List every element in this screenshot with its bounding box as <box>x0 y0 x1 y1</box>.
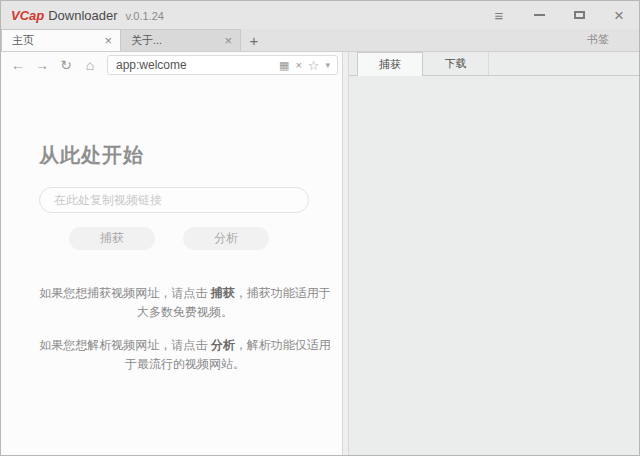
navigation-bar: ← → ↻ ⌂ ▦ × ☆ ▾ <box>1 52 342 78</box>
app-name: Downloader <box>48 8 117 23</box>
capture-list-panel <box>349 76 639 455</box>
minimize-button[interactable] <box>519 1 559 29</box>
tab-about-label: 关于... <box>131 33 222 48</box>
maximize-icon <box>574 11 585 19</box>
analyze-instruction: 如果您想解析视频网址，请点击 分析，解析功能仅适用于最流行的视频网站。 <box>39 336 331 374</box>
dropdown-arrow-icon[interactable]: ▾ <box>322 60 333 70</box>
side-panel: 捕获 下载 <box>349 52 639 455</box>
pane-divider[interactable] <box>342 52 349 455</box>
tab-about-close-icon[interactable]: × <box>222 33 234 48</box>
menu-button[interactable]: ≡ <box>479 1 519 29</box>
analyze-keyword: 分析 <box>211 338 235 352</box>
capture-instruction: 如果您想捕获视频网址，请点击 捕获，捕获功能适用于大多数免费视频。 <box>39 284 331 322</box>
back-button[interactable]: ← <box>7 54 29 76</box>
capture-instruction-pre: 如果您想捕获视频网址，请点击 <box>39 286 210 300</box>
browser-tabstrip: 主页 × 关于... × + 书签 <box>1 29 639 52</box>
bookmarks-button[interactable]: 书签 <box>587 32 639 51</box>
capture-button[interactable]: 捕获 <box>69 227 155 250</box>
tab-about[interactable]: 关于... × <box>121 29 241 51</box>
app-window: VCap Downloader v.0.1.24 ≡ × 主页 × 关于... <box>0 0 640 456</box>
analyze-instruction-pre: 如果您想解析视频网址，请点击 <box>39 338 210 352</box>
tab-download[interactable]: 下载 <box>423 52 489 75</box>
analyze-button[interactable]: 分析 <box>183 227 269 250</box>
welcome-page: 从此处开始 捕获 分析 如果您想捕获视频网址，请点击 捕获，捕获功能适用于大多数… <box>1 78 342 455</box>
instructions: 如果您想捕获视频网址，请点击 捕获，捕获功能适用于大多数免费视频。 如果您想解析… <box>39 284 331 374</box>
browser-pane: ← → ↻ ⌂ ▦ × ☆ ▾ <box>1 52 342 455</box>
brand-logo: VCap <box>11 8 44 23</box>
home-icon: ⌂ <box>86 57 94 73</box>
minimize-icon <box>534 14 545 16</box>
forward-button[interactable]: → <box>31 54 53 76</box>
back-icon: ← <box>11 57 25 73</box>
tab-home[interactable]: 主页 × <box>1 29 121 51</box>
video-link-input[interactable] <box>39 187 309 213</box>
reload-button[interactable]: ↻ <box>55 54 77 76</box>
capture-keyword: 捕获 <box>211 286 235 300</box>
close-icon: × <box>614 7 624 24</box>
tab-capture[interactable]: 捕获 <box>357 52 423 76</box>
bookmark-star-icon[interactable]: ☆ <box>305 58 323 73</box>
action-buttons: 捕获 分析 <box>39 227 310 250</box>
forward-icon: → <box>35 57 49 73</box>
new-tab-button[interactable]: + <box>241 29 267 51</box>
scan-icon[interactable]: ▦ <box>276 59 292 72</box>
address-bar[interactable]: ▦ × ☆ ▾ <box>107 55 338 75</box>
reload-icon: ↻ <box>60 57 72 73</box>
close-button[interactable]: × <box>599 1 639 29</box>
address-input[interactable] <box>116 58 276 72</box>
page-title: 从此处开始 <box>39 142 310 169</box>
tab-home-close-icon[interactable]: × <box>102 33 114 48</box>
hamburger-menu-icon: ≡ <box>495 7 504 24</box>
app-version: v.0.1.24 <box>126 10 164 22</box>
clear-address-icon[interactable]: × <box>292 59 304 71</box>
tab-home-label: 主页 <box>12 33 102 48</box>
window-title: VCap Downloader v.0.1.24 <box>11 8 164 23</box>
main-area: ← → ↻ ⌂ ▦ × ☆ ▾ <box>1 52 639 455</box>
maximize-button[interactable] <box>559 1 599 29</box>
window-controls: ≡ × <box>479 1 639 29</box>
titlebar: VCap Downloader v.0.1.24 ≡ × <box>1 1 639 29</box>
home-button[interactable]: ⌂ <box>79 54 101 76</box>
side-panel-tabs: 捕获 下载 <box>349 52 639 76</box>
